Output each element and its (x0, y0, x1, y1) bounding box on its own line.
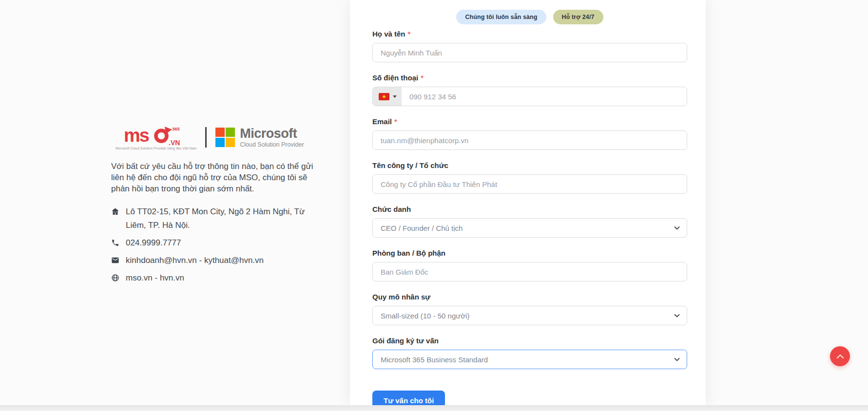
consultation-form: Họ và tên* Số điện thoại* ★ (372, 30, 687, 411)
mso-365-label: 365 (172, 126, 180, 131)
field-company-size: Quy mô nhân sự Small-sized (10 - 50 ngườ… (372, 293, 687, 325)
globe-icon (111, 274, 119, 282)
country-code-selector[interactable]: ★ (373, 87, 402, 106)
microsoft-wordmark: Microsoft (240, 127, 304, 140)
ms-square-green (226, 128, 235, 137)
contact-form-panel: Chúng tôi luôn sẵn sàng Hỗ trợ 24/7 Họ v… (350, 0, 706, 405)
required-asterisk: * (394, 117, 397, 126)
field-company: Tên công ty / Tổ chức (372, 162, 687, 194)
chevron-down-icon (674, 226, 680, 230)
phone-input[interactable] (402, 87, 687, 106)
microsoft-subtitle: Cloud Solution Provider (240, 141, 304, 148)
address-text: Lô TT02-15, KĐT Mon City, Ngõ 2 Hàm Nghi… (126, 205, 308, 232)
microsoft-squares-icon (215, 128, 235, 147)
required-asterisk: * (408, 30, 411, 38)
mso-arrow-icon (165, 127, 172, 134)
brand-logos: ms 365 .VN Microsoft Cloud Solution Prov… (116, 125, 304, 150)
section-divider (0, 405, 868, 411)
field-phone: Số điện thoại* ★ (372, 74, 687, 106)
mso-vn-label: .VN (169, 139, 180, 146)
email-label: Email (372, 117, 392, 126)
contact-item-website: mso.vn - hvn.vn (111, 271, 308, 285)
microsoft-logo: Microsoft Cloud Solution Provider (215, 127, 304, 148)
company-size-select[interactable]: Small-sized (10 - 50 người) (372, 306, 687, 325)
full-name-input[interactable] (373, 43, 687, 62)
company-size-label: Quy mô nhân sự (372, 293, 430, 301)
package-label: Gói đăng ký tư vấn (372, 336, 439, 345)
department-label: Phòng ban / Bộ phận (372, 249, 445, 257)
phone-icon (111, 239, 119, 247)
chevron-down-icon (674, 314, 680, 318)
mso-logo: ms 365 .VN Microsoft Cloud Solution Prov… (116, 125, 196, 150)
company-input[interactable] (373, 175, 687, 193)
vietnam-flag-icon: ★ (379, 93, 389, 100)
contact-item-email: kinhdoanh@hvn.vn - kythuat@hvn.vn (111, 254, 308, 267)
department-input[interactable] (373, 262, 687, 281)
support-description: Với bất cứ yêu cầu hỗ trợ thông tin nào,… (111, 161, 324, 194)
ms-square-blue (215, 138, 225, 147)
field-email: Email* (372, 118, 687, 150)
phone-label: Số điện thoại (372, 74, 418, 82)
field-department: Phòng ban / Bộ phận (372, 249, 687, 281)
job-title-select[interactable]: CEO / Founder / Chủ tịch (372, 218, 687, 238)
email-text[interactable]: kinhdoanh@hvn.vn - kythuat@hvn.vn (126, 254, 264, 267)
package-select[interactable]: Microsoft 365 Business Standard (372, 350, 687, 369)
phone-text[interactable]: 024.9999.7777 (126, 236, 181, 250)
full-name-label: Họ và tên (372, 30, 405, 38)
field-full-name: Họ và tên* (372, 30, 687, 62)
flag-caret-icon (393, 95, 397, 98)
company-label: Tên công ty / Tổ chức (372, 161, 448, 169)
company-size-value: Small-sized (10 - 50 người) (373, 312, 674, 320)
email-input[interactable] (373, 131, 687, 149)
email-icon (111, 256, 119, 264)
logo-divider (205, 127, 207, 148)
ms-square-red (215, 128, 225, 137)
job-title-value: CEO / Founder / Chủ tịch (373, 224, 674, 232)
contact-section: ms 365 .VN Microsoft Cloud Solution Prov… (0, 0, 868, 411)
contact-item-address: Lô TT02-15, KĐT Mon City, Ngõ 2 Hàm Nghi… (111, 205, 308, 232)
mso-o-ring (156, 131, 167, 141)
package-value: Microsoft 365 Business Standard (373, 355, 674, 364)
chevron-up-icon (836, 354, 844, 359)
mso-logo-graphic: ms 365 .VN (124, 125, 188, 146)
chevron-down-icon (674, 357, 680, 361)
badge-always-ready: Chúng tôi luôn sẵn sàng (456, 10, 546, 24)
website-text[interactable]: mso.vn - hvn.vn (126, 271, 184, 285)
field-package: Gói đăng ký tư vấn Microsoft 365 Busines… (372, 337, 687, 369)
badge-support-247: Hỗ trợ 24/7 (553, 10, 603, 24)
ms-square-yellow (226, 138, 235, 147)
mso-tagline: Microsoft Cloud Solution Provider hàng đ… (116, 147, 196, 150)
contact-item-phone: 024.9999.7777 (111, 236, 308, 250)
mso-wordmark: ms (124, 125, 149, 146)
scroll-top-button[interactable] (830, 346, 850, 366)
job-title-label: Chức danh (372, 205, 411, 213)
badges-row: Chúng tôi luôn sẵn sàng Hỗ trợ 24/7 (372, 10, 687, 24)
contact-list: Lô TT02-15, KĐT Mon City, Ngõ 2 Hàm Nghi… (111, 205, 308, 289)
field-job-title: Chức danh CEO / Founder / Chủ tịch (372, 206, 687, 238)
building-icon (111, 207, 119, 216)
required-asterisk: * (421, 74, 424, 82)
